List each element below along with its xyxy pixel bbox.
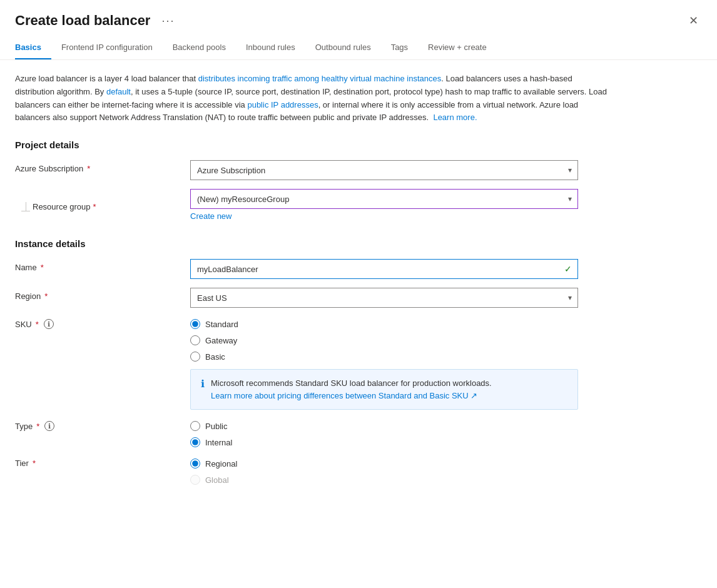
tier-field: Regional Global (190, 456, 578, 485)
sku-basic-option[interactable]: Basic (190, 352, 578, 362)
sku-info-box-text: Microsoft recommends Standard SKU load b… (211, 377, 492, 402)
type-public-label: Public (205, 422, 227, 431)
tier-regional-label: Regional (205, 459, 237, 469)
ellipsis-button[interactable]: ··· (158, 13, 178, 29)
type-field: Public Internal (190, 418, 578, 447)
region-row: Region * East US ▾ (15, 288, 702, 308)
project-details-title: Project details (15, 139, 702, 150)
subscription-select[interactable]: Azure Subscription (190, 160, 578, 180)
page-description: Azure load balancer is a layer 4 load ba… (15, 73, 609, 124)
tier-row: Tier * Regional Global (15, 456, 702, 485)
learn-more-link[interactable]: Learn more. (433, 113, 477, 122)
tier-regional-radio[interactable] (190, 459, 200, 469)
sku-basic-radio[interactable] (190, 352, 200, 362)
sku-info-box: ℹ Microsoft recommends Standard SKU load… (190, 369, 578, 410)
close-button[interactable]: ✕ (685, 13, 702, 29)
sku-gateway-label: Gateway (205, 336, 237, 345)
type-internal-radio[interactable] (190, 437, 200, 447)
name-checkmark-icon: ✓ (564, 264, 572, 274)
tab-outbound-rules[interactable]: Outbound rules (305, 36, 381, 59)
project-details-section: Project details Azure Subscription * Azu… (15, 139, 702, 221)
sku-gateway-radio[interactable] (190, 335, 200, 345)
sku-info-box-icon: ℹ (201, 378, 205, 390)
type-internal-option[interactable]: Internal (190, 437, 578, 447)
name-field: myLoadBalancer ✓ (190, 259, 578, 279)
type-label: Type * ℹ (15, 418, 190, 431)
sku-gateway-option[interactable]: Gateway (190, 335, 578, 345)
instance-details-title: Instance details (15, 238, 702, 249)
tab-inbound-rules[interactable]: Inbound rules (236, 36, 305, 59)
tab-frontend-ip[interactable]: Frontend IP configuration (51, 36, 163, 59)
sku-learn-more-link[interactable]: Learn more about pricing differences bet… (211, 391, 477, 400)
instance-details-section: Instance details Name * myLoadBalancer ✓ (15, 238, 702, 485)
region-label: Region * (15, 288, 190, 301)
resource-group-field: (New) myResourceGroup ▾ Create new (190, 189, 578, 221)
type-internal-label: Internal (205, 438, 232, 447)
type-info-icon[interactable]: ℹ (44, 421, 54, 431)
sku-radio-group: Standard Gateway Basic (190, 317, 578, 362)
dialog-title: Create load balancer (15, 13, 150, 29)
tier-global-option[interactable]: Global (190, 475, 578, 485)
sku-standard-option[interactable]: Standard (190, 319, 578, 329)
resource-group-select[interactable]: (New) myResourceGroup (190, 189, 578, 209)
subscription-row: Azure Subscription * Azure Subscription … (15, 160, 702, 180)
sku-basic-label: Basic (205, 352, 225, 362)
subscription-field: Azure Subscription ▾ (190, 160, 578, 180)
tier-global-radio[interactable] (190, 475, 200, 485)
tier-global-label: Global (205, 475, 229, 485)
tab-review-create[interactable]: Review + create (418, 36, 497, 59)
sku-label: SKU * ℹ (15, 317, 190, 329)
subscription-label: Azure Subscription * (15, 160, 190, 173)
type-radio-group: Public Internal (190, 418, 578, 447)
resource-group-label: Resource group (33, 202, 91, 211)
tab-backend-pools[interactable]: Backend pools (163, 36, 236, 59)
sku-field: Standard Gateway Basic ℹ (190, 317, 578, 410)
type-public-radio[interactable] (190, 421, 200, 431)
tier-label: Tier * (15, 456, 190, 468)
sku-row: SKU * ℹ Standard Gateway (15, 317, 702, 410)
sku-standard-label: Standard (205, 320, 238, 329)
tab-navigation: Basics Frontend IP configuration Backend… (0, 36, 717, 60)
name-row: Name * myLoadBalancer ✓ (15, 259, 702, 279)
region-field: East US ▾ (190, 288, 578, 308)
tier-radio-group: Regional Global (190, 456, 578, 485)
resource-group-label-area: Resource group * (15, 198, 190, 211)
tier-regional-option[interactable]: Regional (190, 459, 578, 469)
name-select[interactable]: myLoadBalancer (190, 259, 578, 279)
create-new-link[interactable]: Create new (190, 211, 231, 221)
resource-group-required: * (93, 202, 96, 211)
type-row: Type * ℹ Public Internal (15, 418, 702, 447)
sku-standard-radio[interactable] (190, 319, 200, 329)
tab-tags[interactable]: Tags (381, 36, 418, 59)
name-label: Name * (15, 259, 190, 272)
region-select[interactable]: East US (190, 288, 578, 308)
tab-basics[interactable]: Basics (15, 36, 51, 59)
resource-group-row: Resource group * (New) myResourceGroup ▾… (15, 189, 702, 221)
type-public-option[interactable]: Public (190, 421, 578, 431)
sku-info-icon[interactable]: ℹ (44, 319, 54, 329)
